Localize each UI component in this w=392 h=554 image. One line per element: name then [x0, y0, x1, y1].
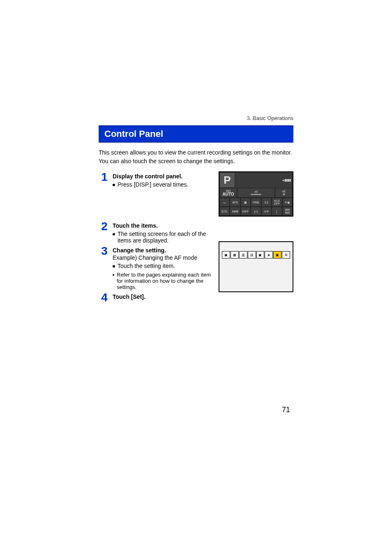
r4c1: STD.: [219, 207, 230, 216]
r3c2: AFS: [230, 198, 240, 207]
step-3-bullet: Touch the setting item.: [118, 263, 175, 269]
r3c7: Fn▮: [282, 198, 293, 207]
iso-cell: ISO AUTO: [219, 188, 237, 198]
page-number: 71: [282, 406, 290, 414]
mode-indicator: P: [219, 172, 235, 188]
step-1-heading: Display the control panel.: [113, 173, 182, 180]
step-4-number: 4: [99, 292, 110, 303]
step-3-note: Refer to the pages explaining each item …: [117, 272, 214, 290]
af-option-5: ▣: [256, 251, 265, 259]
af-option-6: ◈: [265, 251, 273, 259]
ev-cell: ±0 ▬▬▬▬▬: [237, 188, 275, 198]
r3c5: 3:2: [261, 198, 272, 207]
r3c6: HLG OFF: [272, 198, 282, 207]
step-1-bullet: Press [DISP.] several times.: [118, 181, 188, 188]
r4c6: [: [272, 207, 282, 216]
af-option-1: ▣: [222, 251, 230, 259]
r4c2: AWB: [230, 207, 240, 216]
bullet-icon: [113, 184, 115, 186]
r3c4: FINE: [251, 198, 261, 207]
af-option-8: ⊞: [282, 251, 290, 259]
r3c1: ▭: [219, 198, 230, 207]
step-3-heading: Change the setting.: [113, 247, 166, 254]
breadcrumb: 3. Basic Operations: [99, 115, 293, 121]
r3c3: ▣: [240, 198, 251, 207]
bullet-icon: [113, 265, 115, 268]
af-mode-figure: ▣ ▦ ▥ ▤ ▣ ◈ ▣ ⊞: [219, 241, 293, 292]
r4c3: iOFF: [240, 207, 251, 216]
r4c5: ①②: [261, 207, 272, 216]
r4c4: (○): [251, 207, 261, 216]
exposure-cell: ±0 ⊕: [275, 188, 293, 198]
step-1-number: 1: [99, 171, 110, 183]
step-2-heading: Touch the items.: [113, 222, 158, 229]
intro-text: This screen allows you to view the curre…: [99, 148, 293, 166]
control-panel-figure: P ▸▮▮▮▮ ISO AUTO ±0 ▬▬▬▬▬ ±0: [219, 171, 293, 217]
step-2-bullet: The setting screens for each of the item…: [118, 231, 214, 244]
r4c7: 999 999: [282, 207, 293, 216]
step-3-number: 3: [99, 245, 110, 257]
step-4-heading: Touch [Set].: [113, 293, 145, 300]
af-option-3: ▥: [239, 251, 247, 259]
step-2-number: 2: [99, 221, 110, 232]
af-option-4: ▤: [248, 251, 256, 259]
bullet-icon: [113, 233, 115, 235]
battery-icon: ▸▮▮▮▮: [283, 178, 291, 182]
af-option-7-selected: ▣: [273, 251, 281, 259]
af-option-2: ▦: [231, 251, 239, 259]
section-title: Control Panel: [99, 125, 293, 143]
dot-icon: [113, 274, 114, 276]
step-3-example: Example) Changing the AF mode: [113, 254, 214, 261]
